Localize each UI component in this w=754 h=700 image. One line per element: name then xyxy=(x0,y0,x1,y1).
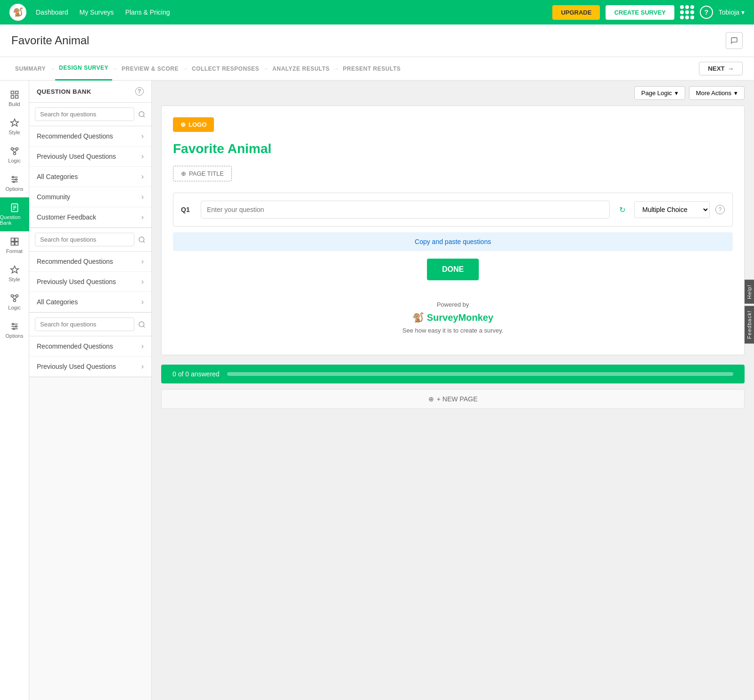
next-button[interactable]: NEXT → xyxy=(699,62,743,75)
svg-point-33 xyxy=(12,323,14,325)
sidebar-logic2[interactable]: Logic xyxy=(0,288,29,316)
step-design[interactable]: DESIGN SURVEY xyxy=(55,57,112,81)
plus-icon-2: ⊕ xyxy=(181,170,186,177)
dropdown-icon-2: ▾ xyxy=(734,90,738,97)
qb-section-2: Recommended Questions › Previously Used … xyxy=(29,228,151,313)
logo[interactable]: 🐒 xyxy=(9,4,26,21)
chevron-icon: › xyxy=(141,132,144,140)
sidebar-style[interactable]: Style xyxy=(0,113,29,141)
question-help-icon[interactable]: ? xyxy=(715,205,725,214)
upgrade-button[interactable]: UPGRADE xyxy=(552,5,600,20)
question-bank-panel: QUESTION BANK ? Recommended Questions › … xyxy=(29,81,152,700)
qb-item-recommended-1[interactable]: Recommended Questions › xyxy=(29,126,151,147)
chevron-icon: › xyxy=(141,193,144,201)
sidebar-style2[interactable]: Style xyxy=(0,260,29,288)
page-header: Favorite Animal xyxy=(0,24,754,57)
qb-item-prev-used-1[interactable]: Previously Used Questions › xyxy=(29,147,151,167)
qb-search-input-2[interactable] xyxy=(35,233,134,246)
chevron-icon: › xyxy=(141,152,144,161)
qb-search-2 xyxy=(29,228,151,252)
qb-section-1: Recommended Questions › Previously Used … xyxy=(29,103,151,228)
logo-button[interactable]: ⊕ LOGO xyxy=(173,117,214,132)
qb-item-recommended-2[interactable]: Recommended Questions › xyxy=(29,252,151,272)
nav-links: Dashboard My Surveys Plans & Pricing xyxy=(36,8,170,16)
arrow-5: → xyxy=(334,65,339,72)
plus-icon-3: ⊕ xyxy=(428,395,434,403)
arrow-2: → xyxy=(112,65,118,72)
sidebar-logic[interactable]: Logic xyxy=(0,141,29,169)
svg-line-8 xyxy=(12,150,15,153)
sidebar-build[interactable]: Build xyxy=(0,84,29,113)
breadcrumb-steps: SUMMARY → DESIGN SURVEY → PREVIEW & SCOR… xyxy=(11,57,404,81)
svg-point-38 xyxy=(139,237,144,242)
nav-mysurveys[interactable]: My Surveys xyxy=(80,8,114,16)
question-type-select[interactable]: Multiple Choice Single Textbox Dropdown … xyxy=(634,201,710,218)
copy-paste-bar[interactable]: Copy and paste questions xyxy=(173,232,733,251)
refresh-icon[interactable]: ↻ xyxy=(615,203,629,216)
qb-item-all-cat-2[interactable]: All Categories › xyxy=(29,292,151,312)
svg-line-28 xyxy=(12,297,15,300)
svg-point-15 xyxy=(13,181,14,182)
svg-point-14 xyxy=(15,179,16,180)
qb-item-all-cat-1[interactable]: All Categories › xyxy=(29,167,151,187)
breadcrumb-nav: SUMMARY → DESIGN SURVEY → PREVIEW & SCOR… xyxy=(0,57,754,81)
qb-item-prev-used-2[interactable]: Previously Used Questions › xyxy=(29,272,151,292)
help-icon[interactable]: ? xyxy=(700,6,713,19)
sidebar-question-bank[interactable]: Question Bank xyxy=(0,197,29,231)
progress-label: 0 of 0 answered xyxy=(172,370,220,378)
sidebar-format[interactable]: Format xyxy=(0,231,29,260)
svg-point-26 xyxy=(13,300,16,302)
svg-point-36 xyxy=(139,112,144,117)
page-title: Favorite Animal xyxy=(11,34,89,47)
create-survey-button[interactable]: CREATE SURVEY xyxy=(606,5,674,20)
qb-item-community[interactable]: Community › xyxy=(29,187,151,207)
chevron-icon: › xyxy=(141,213,144,221)
powered-by-section: Powered by 🐒 SurveyMonkey See how easy i… xyxy=(173,292,733,343)
arrow-1: → xyxy=(49,65,55,72)
arrow-3: → xyxy=(182,65,188,72)
user-menu[interactable]: Tobioja ▾ xyxy=(719,8,745,16)
qb-search-1 xyxy=(29,103,151,126)
nav-dashboard[interactable]: Dashboard xyxy=(36,8,68,16)
step-present[interactable]: PRESENT RESULTS xyxy=(339,65,405,72)
svg-rect-20 xyxy=(11,238,14,242)
page-logic-button[interactable]: Page Logic ▾ xyxy=(634,86,685,100)
qb-item-customer-feedback[interactable]: Customer Feedback › xyxy=(29,207,151,228)
svg-point-6 xyxy=(13,153,16,155)
step-analyze[interactable]: ANALYZE RESULTS xyxy=(269,65,334,72)
side-help-buttons: Help! Feedback! xyxy=(745,280,754,343)
more-actions-button[interactable]: More Actions ▾ xyxy=(689,86,745,100)
qb-section-3: Recommended Questions › Previously Used … xyxy=(29,313,151,377)
plus-icon: ⊕ xyxy=(180,121,186,128)
chevron-icon: › xyxy=(141,342,144,350)
nav-right: UPGRADE CREATE SURVEY ? Tobioja ▾ xyxy=(552,5,745,20)
nav-plans[interactable]: Plans & Pricing xyxy=(125,8,170,16)
search-icon-3 xyxy=(138,321,146,328)
new-page-button[interactable]: ⊕ + NEW PAGE xyxy=(161,389,745,409)
sidebar-icons: Build Style Logic Options Question Bank … xyxy=(0,81,29,700)
svg-line-29 xyxy=(15,297,17,300)
qb-search-input-3[interactable] xyxy=(35,317,134,331)
svg-line-39 xyxy=(143,241,145,243)
apps-grid-icon[interactable] xyxy=(680,5,694,19)
step-collect[interactable]: COLLECT RESPONSES xyxy=(188,65,263,72)
help-button[interactable]: Help! xyxy=(745,280,754,304)
sidebar-options2[interactable]: Options xyxy=(0,316,29,344)
chat-icon[interactable] xyxy=(726,32,743,49)
qb-item-prev-used-3[interactable]: Previously Used Questions › xyxy=(29,357,151,377)
svg-rect-2 xyxy=(11,96,14,98)
main-layout: Build Style Logic Options Question Bank … xyxy=(0,81,754,700)
qb-item-recommended-3[interactable]: Recommended Questions › xyxy=(29,336,151,357)
qb-header: QUESTION BANK ? xyxy=(29,81,151,103)
arrow-4: → xyxy=(263,65,269,72)
svg-point-4 xyxy=(11,148,13,150)
qb-help-icon[interactable]: ? xyxy=(135,87,144,96)
qb-search-input-1[interactable] xyxy=(35,107,134,121)
step-summary[interactable]: SUMMARY xyxy=(11,65,49,72)
feedback-button[interactable]: Feedback! xyxy=(745,306,754,343)
done-button[interactable]: DONE xyxy=(427,259,479,280)
step-preview[interactable]: PREVIEW & SCORE xyxy=(118,65,182,72)
question-input[interactable] xyxy=(201,201,610,219)
sidebar-options[interactable]: Options xyxy=(0,169,29,197)
page-title-button[interactable]: ⊕ PAGE TITLE xyxy=(173,166,232,181)
